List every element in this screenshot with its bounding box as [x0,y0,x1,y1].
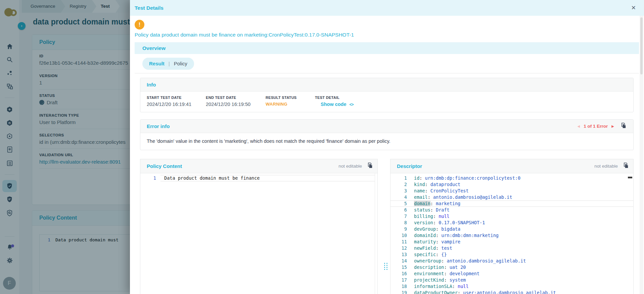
code-line[interactable]: 10domainId: urn:dmb:dmn:marketing [390,232,633,239]
descriptor-panel: Descriptor not editable 1id: urn:dmb:dp:… [390,159,634,294]
warning-badge-icon: ! [135,20,144,30]
info-field-label: RESULT STATUS [266,96,315,100]
info-field-value: WARNING [266,102,315,107]
not-editable-badge: not editable [594,164,618,169]
drawer-scrollbar[interactable] [640,16,643,294]
copy-icon[interactable] [367,162,373,170]
overview-section-header: Overview [135,42,639,54]
info-fields: START TEST DATE 2024/12/20 16:19:41 END … [140,92,633,112]
info-field-value: 2024/12/20 16:19:50 [206,102,266,107]
code-line[interactable]: 4email: antonio.dambrosio@agilelab.it [390,194,633,200]
code-line[interactable]: 1Data product domain must be finance [140,175,377,181]
info-card-title: Info [147,82,156,87]
error-counter: 1 of 1 Error [584,124,608,129]
info-field: TEST DETAIL Show code<> [315,96,354,107]
error-message: The 'domain' value in the content is 'ma… [140,133,633,150]
policy-panel-header: Policy Content not editable [140,159,377,173]
code-line[interactable]: 15description: uat 20 [390,264,633,271]
info-field: START TEST DATE 2024/12/20 16:19:41 [147,96,206,107]
code-line[interactable]: 14ownerGroup: antonio.dambrosio_agilelab… [390,258,633,264]
prev-error-icon[interactable]: ◀ [578,124,580,128]
next-error-icon[interactable]: ▶ [611,124,614,128]
error-card-title: Error info [147,123,170,129]
alert-message: Policy data product domain must be finan… [135,32,639,38]
tab-divider: | [169,61,170,66]
code-line[interactable]: 13specific: {} [390,251,633,258]
info-field-value: 2024/12/20 16:19:41 [147,102,206,107]
info-field: RESULT STATUS WARNING [266,96,315,107]
policy-code-editor[interactable]: 1Data product domain must be finance [140,173,377,294]
tab-row: Result | Policy [135,54,639,73]
drawer-body: ! Policy data product domain must be fin… [130,20,644,294]
app-window: B F › GovernanceR [0,0,644,294]
code-line[interactable]: 3name: CronPolicyTest [390,188,633,194]
info-field-label: TEST DETAIL [315,96,354,100]
info-card-header: Info [140,78,633,92]
drawer-scrollbar-thumb[interactable] [640,17,643,74]
descriptor-code-editor[interactable]: 1id: urn:dmb:dp:finance:cronpolicytest:0… [390,173,633,294]
code-line[interactable]: 5domain: marketing [390,200,633,207]
error-card-header: Error info ◀ 1 of 1 Error ▶ [140,120,633,133]
code-brackets-icon: <> [350,102,354,107]
info-card: Info START TEST DATE 2024/12/20 16:19:41… [140,78,634,112]
editor-scrollbar-track [375,173,375,294]
panel-resize-handle[interactable] [384,263,388,270]
close-icon[interactable]: ✕ [631,4,636,11]
copy-icon[interactable] [623,162,629,170]
error-pagination: ◀ 1 of 1 Error ▶ [578,122,627,130]
code-line[interactable]: 16environment: development [390,271,633,277]
code-line[interactable]: 17projectKind: system [390,277,633,283]
code-line[interactable]: 1id: urn:dmb:dp:finance:cronpolicytest:0 [390,175,633,181]
drawer-title: Test Details [135,5,164,11]
test-details-drawer: Test Details ✕ ! Policy data product dom… [130,0,644,294]
info-field-label: END TEST DATE [206,96,266,100]
descriptor-panel-title: Descriptor [397,163,422,169]
drawer-header: Test Details ✕ [130,0,644,16]
code-line[interactable]: 7billing: null [390,213,633,220]
descriptor-panel-header: Descriptor not editable [390,159,633,173]
code-line[interactable]: 2kind: dataproduct [390,181,633,188]
tab-result[interactable]: Result [149,61,165,66]
error-info-card: Error info ◀ 1 of 1 Error ▶ The 'domain'… [140,119,634,150]
copy-icon[interactable] [620,122,627,130]
info-field-label: START TEST DATE [147,96,206,100]
code-panels: Policy Content not editable 1Data produc… [140,159,634,294]
code-line[interactable]: 12newField: test [390,245,633,251]
tab-policy[interactable]: Policy [174,61,187,66]
code-line[interactable]: 6status: Draft [390,207,633,213]
info-field: END TEST DATE 2024/12/20 16:19:50 [206,96,266,107]
code-line[interactable]: 18informationSLA: null [390,283,633,290]
policy-panel-title: Policy Content [147,163,182,169]
code-line[interactable]: 9devGroup: bigdata [390,226,633,232]
info-field-value: Show code<> [315,102,354,107]
not-editable-badge: not editable [338,164,362,169]
policy-content-panel: Policy Content not editable 1Data produc… [140,159,378,294]
result-policy-toggle: Result | Policy [142,58,194,70]
code-line[interactable]: 8version: 0.17.0-SNAPSHOT-1 [390,220,633,226]
code-line[interactable]: 19dataProductOwner: user:antonio.dambros… [390,290,633,294]
code-line[interactable]: 11maturity: vampire [390,239,633,245]
